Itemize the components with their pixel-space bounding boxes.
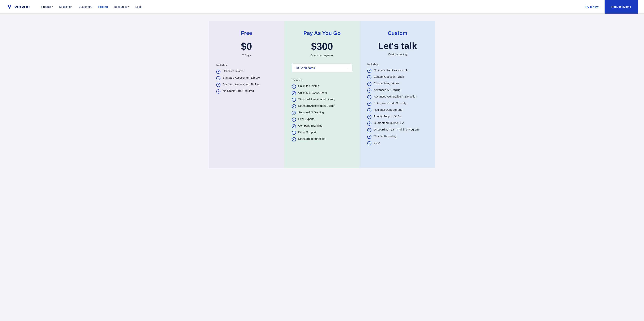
- free-price-sub: 7 Days: [216, 53, 277, 57]
- list-item: Email Support: [292, 130, 352, 135]
- free-includes-label: Includes:: [216, 63, 277, 67]
- list-item: Unlimited Invites: [216, 69, 277, 74]
- feature-text: Email Support: [298, 130, 316, 134]
- list-item: Customizable Assessments: [367, 68, 428, 73]
- feature-text: Standard Assessment Library: [223, 76, 260, 79]
- payg-title: Pay As You Go: [292, 30, 352, 36]
- feature-text: Advanced AI Grading: [374, 88, 400, 91]
- free-price: $0: [216, 41, 277, 52]
- list-item: Regional Data Storage: [367, 108, 428, 112]
- check-icon: [367, 115, 372, 119]
- custom-price-sub: Custom pricing: [367, 53, 428, 56]
- list-item: Custom Integrations: [367, 82, 428, 86]
- feature-text: SSO: [374, 141, 380, 144]
- request-demo-button[interactable]: Request Demo: [604, 0, 638, 13]
- check-icon: [292, 91, 296, 95]
- check-icon: [367, 108, 372, 112]
- check-icon: [367, 69, 372, 73]
- feature-text: Advanced Generative AI Detection: [374, 95, 417, 98]
- feature-text: Standard AI Grading: [298, 111, 324, 114]
- list-item: Standard Assessment Builder: [216, 83, 277, 87]
- payg-includes-label: Includes:: [292, 78, 352, 82]
- list-item: Custom Reporting: [367, 134, 428, 139]
- nav-pricing[interactable]: Pricing: [96, 3, 110, 10]
- check-icon: [367, 95, 372, 99]
- check-icon: [292, 124, 296, 128]
- check-icon: [367, 135, 372, 139]
- check-icon: [216, 89, 220, 93]
- feature-text: Guaranteed uptime SLA: [374, 121, 404, 124]
- free-card: Free $0 7 Days Includes: Unlimited Invit…: [209, 21, 284, 168]
- list-item: Standard Assessment Library: [216, 76, 277, 80]
- feature-text: Unlimited Assessments: [298, 91, 328, 94]
- feature-text: Custom Reporting: [374, 134, 396, 138]
- list-item: Standard AI Grading: [292, 111, 352, 115]
- nav-right: Try it Now Request Demo: [582, 0, 638, 13]
- feature-text: Custom Integrations: [374, 82, 399, 85]
- list-item: Unlimited Assessments: [292, 91, 352, 95]
- check-icon: [292, 117, 296, 122]
- check-icon: [292, 104, 296, 108]
- custom-title: Custom: [367, 30, 428, 36]
- chevron-down-icon: ▾: [128, 5, 129, 8]
- feature-text: Customizable Assessments: [374, 68, 408, 72]
- list-item: Advanced Generative AI Detection: [367, 95, 428, 99]
- custom-price-heading: Let's talk: [367, 41, 428, 51]
- check-icon: [367, 75, 372, 79]
- feature-text: Company Branding: [298, 124, 322, 127]
- feature-text: CSV Exports: [298, 117, 314, 120]
- check-icon: [367, 82, 372, 86]
- check-icon: [367, 102, 372, 106]
- list-item: Unlimited Invites: [292, 84, 352, 89]
- candidate-select[interactable]: 10 Candidates 25 Candidates 50 Candidate…: [292, 63, 352, 72]
- chevron-down-icon: ▾: [52, 5, 53, 8]
- payg-card: Pay As You Go $300 One time payment 10 C…: [284, 21, 360, 168]
- list-item: Onboarding Team Training Program: [367, 128, 428, 132]
- list-item: Standard Assessment Builder: [292, 104, 352, 108]
- feature-text: No Credit Card Required: [223, 89, 254, 92]
- list-item: Guaranteed uptime SLA: [367, 121, 428, 126]
- list-item: CSV Exports: [292, 117, 352, 122]
- try-it-now-link[interactable]: Try it Now: [582, 3, 602, 10]
- chevron-down-icon: ▾: [71, 5, 72, 8]
- list-item: Standard Assessment Library: [292, 97, 352, 102]
- payg-price-sub: One time payment: [292, 53, 352, 57]
- check-icon: [292, 98, 296, 102]
- nav-customers[interactable]: Customers: [76, 3, 95, 10]
- feature-text: Standard Assessment Builder: [223, 83, 260, 86]
- list-item: Advanced AI Grading: [367, 88, 428, 93]
- feature-text: Onboarding Team Training Program: [374, 128, 419, 131]
- feature-text: Unlimited Invites: [223, 69, 244, 73]
- navbar: vervoe Product ▾ Solutions ▾ Customers P…: [0, 0, 644, 13]
- logo-icon: [6, 3, 13, 10]
- feature-text: Custom Question Types: [374, 75, 404, 78]
- check-icon: [367, 121, 372, 126]
- check-icon: [216, 83, 220, 87]
- pricing-container: Free $0 7 Days Includes: Unlimited Invit…: [209, 21, 435, 168]
- nav-product[interactable]: Product ▾: [39, 3, 56, 10]
- nav-solutions[interactable]: Solutions ▾: [56, 3, 75, 10]
- list-item: Enterprise Grade Security: [367, 101, 428, 106]
- payg-price: $300: [292, 41, 352, 52]
- feature-text: Standard Integrations: [298, 137, 325, 140]
- check-icon: [367, 88, 372, 93]
- nav-links: Product ▾ Solutions ▾ Customers Pricing …: [39, 3, 582, 10]
- feature-text: Regional Data Storage: [374, 108, 402, 111]
- list-item: No Credit Card Required: [216, 89, 277, 93]
- list-item: SSO: [367, 141, 428, 145]
- feature-text: Unlimited Invites: [298, 84, 319, 87]
- logo[interactable]: vervoe: [6, 3, 30, 10]
- check-icon: [216, 76, 220, 80]
- logo-text: vervoe: [14, 4, 30, 10]
- feature-text: Standard Assessment Library: [298, 97, 335, 101]
- nav-login[interactable]: Login: [133, 3, 145, 10]
- check-icon: [216, 70, 220, 74]
- custom-card: Custom Let's talk Custom pricing Include…: [360, 21, 435, 168]
- nav-resources[interactable]: Resources ▾: [111, 3, 132, 10]
- list-item: Standard Integrations: [292, 137, 352, 141]
- feature-text: Enterprise Grade Security: [374, 101, 406, 105]
- free-feature-list: Unlimited Invites Standard Assessment Li…: [216, 69, 277, 93]
- check-icon: [367, 141, 372, 145]
- check-icon: [292, 111, 296, 115]
- main-content: Free $0 7 Days Includes: Unlimited Invit…: [0, 13, 644, 321]
